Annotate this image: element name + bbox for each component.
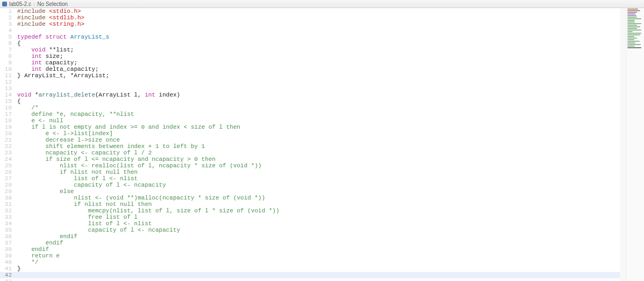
code-line[interactable]: nlist <- (void **)malloc(ncapacity * siz…	[15, 195, 644, 201]
line-number[interactable]: 6	[0, 40, 12, 47]
line-number[interactable]: 13	[0, 85, 12, 92]
code-line[interactable]: endif	[15, 240, 644, 246]
code-line[interactable]: #include <stdlib.h>	[15, 14, 644, 21]
line-number[interactable]: 4	[0, 27, 12, 34]
line-number[interactable]: 42	[0, 272, 12, 278]
code-line[interactable]: shift elements between index + 1 to left…	[15, 143, 644, 150]
code-line[interactable]: */	[15, 259, 644, 265]
line-number-gutter[interactable]: 1234567891011121314151617181920212223242…	[0, 8, 15, 281]
code-line[interactable]: {	[15, 40, 644, 47]
line-number[interactable]: 11	[0, 72, 12, 79]
code-line[interactable]	[15, 272, 644, 278]
line-number[interactable]: 24	[0, 156, 12, 162]
line-number[interactable]: 1	[0, 8, 12, 14]
code-line[interactable]: #include <stdio.h>	[15, 8, 644, 14]
code-line[interactable]: e <- null	[15, 117, 644, 124]
line-number[interactable]: 25	[0, 162, 12, 169]
code-line[interactable]	[15, 79, 644, 85]
line-number[interactable]: 31	[0, 201, 12, 208]
code-line[interactable]: capacity of l <- ncapacity	[15, 227, 644, 233]
line-number[interactable]: 26	[0, 169, 12, 175]
line-number[interactable]: 38	[0, 246, 12, 253]
line-number[interactable]: 9	[0, 60, 12, 66]
line-number[interactable]: 33	[0, 214, 12, 220]
line-number[interactable]: 16	[0, 105, 12, 111]
code-line[interactable]: list of l <- nlist	[15, 220, 644, 227]
code-line[interactable]	[15, 278, 644, 281]
code-line[interactable]: decrease l->size once	[15, 137, 644, 143]
code-line[interactable]: } ArrayList_t, *ArrayList;	[15, 72, 644, 79]
code-line[interactable]: nlist <- realloc(list of l, ncapacity * …	[15, 162, 644, 169]
line-number[interactable]: 19	[0, 124, 12, 130]
line-number[interactable]: 12	[0, 79, 12, 85]
line-number[interactable]: 2	[0, 14, 12, 21]
line-number[interactable]: 28	[0, 182, 12, 188]
line-number[interactable]: 20	[0, 130, 12, 137]
line-number[interactable]: 34	[0, 220, 12, 227]
code-line[interactable]: if size of l <= ncapacity and ncapacity …	[15, 156, 644, 162]
line-number[interactable]: 5	[0, 34, 12, 40]
code-line[interactable]: list of l <- nlist	[15, 175, 644, 182]
line-number[interactable]: 3	[0, 21, 12, 27]
code-line[interactable]: endif	[15, 233, 644, 240]
chevron-right-icon: ›	[33, 1, 35, 7]
code-line[interactable]: define *e, ncapacity, **nlist	[15, 111, 644, 117]
line-number[interactable]: 35	[0, 227, 12, 233]
line-number[interactable]: 10	[0, 66, 12, 72]
line-number[interactable]: 17	[0, 111, 12, 117]
line-number[interactable]: 22	[0, 143, 12, 150]
code-line[interactable]: #include <string.h>	[15, 21, 644, 27]
code-line[interactable]: e <- l->list[index]	[15, 130, 644, 137]
code-line[interactable]: int size;	[15, 53, 644, 60]
line-number[interactable]: 18	[0, 117, 12, 124]
line-number[interactable]: 40	[0, 259, 12, 265]
code-line[interactable]: if nlist not null then	[15, 201, 644, 208]
line-number[interactable]: 29	[0, 188, 12, 195]
breadcrumb-selection[interactable]: No Selection	[37, 1, 68, 7]
c-file-icon	[2, 2, 7, 6]
line-number[interactable]: 15	[0, 98, 12, 105]
line-number[interactable]: 32	[0, 208, 12, 214]
code-content[interactable]: #include <stdio.h>#include <stdlib.h>#in…	[15, 8, 644, 281]
code-line[interactable]: capacity of l <- ncapacity	[15, 182, 644, 188]
code-line[interactable]: ncapacity <- capacity of l / 2	[15, 150, 644, 156]
code-line[interactable]: return e	[15, 253, 644, 259]
breadcrumb-filename[interactable]: lab05-2.c	[9, 1, 31, 7]
line-number[interactable]: 30	[0, 195, 12, 201]
code-line[interactable]: int capacity;	[15, 60, 644, 66]
line-number[interactable]: 41	[0, 265, 12, 272]
code-line[interactable]	[15, 27, 644, 34]
line-number[interactable]: 36	[0, 233, 12, 240]
line-number[interactable]: 23	[0, 150, 12, 156]
code-line[interactable]: /*	[15, 105, 644, 111]
code-line[interactable]: void *arraylist_delete(ArrayList l, int …	[15, 92, 644, 98]
code-line[interactable]: free list of l	[15, 214, 644, 220]
line-number[interactable]: 43	[0, 278, 12, 281]
code-line[interactable]: void **list;	[15, 47, 644, 53]
line-number[interactable]: 21	[0, 137, 12, 143]
code-line[interactable]: if nlist not null then	[15, 169, 644, 175]
line-number[interactable]: 27	[0, 175, 12, 182]
code-line[interactable]: memcpy(nlist, list of l, size of l * siz…	[15, 208, 644, 214]
code-line[interactable]: if l is not empty and index >= 0 and ind…	[15, 124, 644, 130]
code-line[interactable]: int delta_capacity;	[15, 66, 644, 72]
code-line[interactable]	[15, 85, 644, 92]
code-editor[interactable]: 1234567891011121314151617181920212223242…	[0, 8, 644, 281]
code-line[interactable]: endif	[15, 246, 644, 253]
code-line[interactable]: else	[15, 188, 644, 195]
code-line[interactable]: typedef struct ArrayList_s	[15, 34, 644, 40]
line-number[interactable]: 37	[0, 240, 12, 246]
line-number[interactable]: 8	[0, 53, 12, 60]
line-number[interactable]: 7	[0, 47, 12, 53]
line-number[interactable]: 14	[0, 92, 12, 98]
code-line[interactable]: }	[15, 265, 644, 272]
code-line[interactable]: {	[15, 98, 644, 105]
breadcrumb-bar[interactable]: lab05-2.c › No Selection	[0, 0, 644, 8]
line-number[interactable]: 39	[0, 253, 12, 259]
